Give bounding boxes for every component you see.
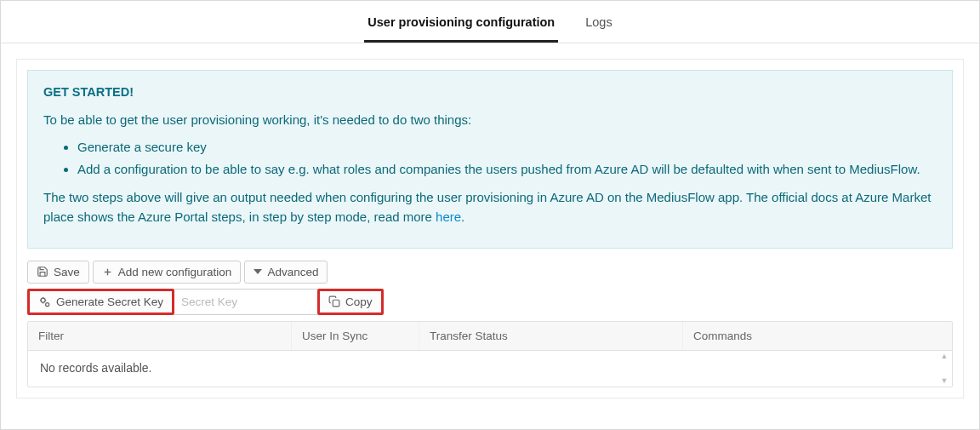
svg-rect-9 [333, 300, 339, 307]
col-filter[interactable]: Filter [28, 322, 292, 350]
tab-logs[interactable]: Logs [582, 3, 615, 43]
save-button-label: Save [54, 266, 80, 278]
add-configuration-button[interactable]: Add new configuration [93, 261, 242, 284]
generate-secret-key-button[interactable]: Generate Secret Key [30, 291, 172, 312]
no-records-text: No records available. [40, 361, 152, 375]
secret-key-input[interactable] [174, 289, 317, 315]
callout-intro: To be able to get the user provisioning … [43, 110, 937, 129]
plus-icon [102, 267, 113, 278]
grid-body: No records available. ▲ ▼ [28, 351, 952, 387]
callout-footer: The two steps above will give an output … [43, 187, 937, 227]
save-icon [37, 266, 48, 278]
callout-footer-text-b: . [461, 209, 464, 224]
gears-icon [38, 295, 51, 308]
tabs-bar: User provisioning configuration Logs [1, 1, 979, 43]
caret-down-icon [254, 267, 262, 276]
generate-secret-key-label: Generate Secret Key [56, 295, 163, 308]
grid-scrollbar[interactable]: ▲ ▼ [937, 351, 952, 387]
callout-steps-list: Generate a secure key Add a configuratio… [43, 137, 937, 180]
copy-button[interactable]: Copy [320, 291, 381, 312]
generate-key-highlight: Generate Secret Key [27, 289, 174, 315]
col-transfer-status[interactable]: Transfer Status [419, 322, 683, 350]
save-button[interactable]: Save [27, 261, 89, 284]
advanced-button[interactable]: Advanced [244, 261, 328, 284]
svg-point-3 [41, 298, 45, 302]
copy-highlight: Copy [317, 289, 384, 315]
read-more-link[interactable]: here [436, 209, 461, 224]
copy-icon [328, 295, 340, 307]
configurations-grid: Filter User In Sync Transfer Status Comm… [27, 321, 953, 387]
get-started-callout: GET STARTED! To be able to get the user … [27, 70, 953, 249]
tab-user-provisioning[interactable]: User provisioning configuration [364, 3, 558, 43]
callout-step-1: Generate a secure key [77, 137, 937, 157]
callout-title: GET STARTED! [43, 83, 937, 101]
advanced-label: Advanced [267, 266, 318, 278]
col-commands[interactable]: Commands [683, 322, 952, 350]
svg-point-4 [46, 302, 49, 306]
svg-marker-2 [254, 269, 262, 274]
toolbar: Save Add new configuration Advanced [27, 261, 953, 284]
grid-header: Filter User In Sync Transfer Status Comm… [28, 322, 952, 351]
secret-key-row: Generate Secret Key Copy [27, 289, 953, 315]
copy-button-label: Copy [345, 295, 373, 308]
callout-footer-text-a: The two steps above will give an output … [43, 190, 931, 224]
callout-step-2: Add a configuration to be able to say e.… [77, 159, 937, 179]
col-user-in-sync[interactable]: User In Sync [292, 322, 419, 350]
scroll-up-icon[interactable]: ▲ [941, 353, 949, 360]
scroll-down-icon[interactable]: ▼ [941, 377, 949, 385]
add-configuration-label: Add new configuration [118, 266, 232, 278]
